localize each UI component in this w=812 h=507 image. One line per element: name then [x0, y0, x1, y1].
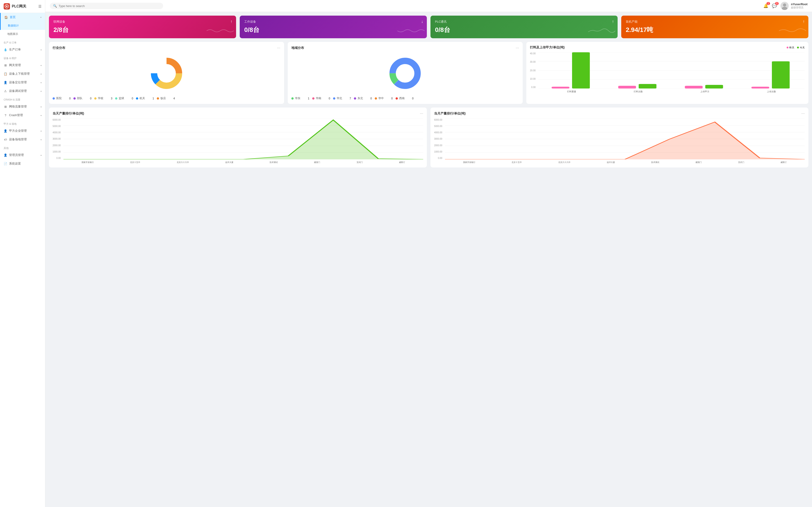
svg-rect-17: [572, 52, 590, 89]
monthly-x-axis: 国家开发银行 北京十五中 北京六十六中 远洋大厦 技术测试 建国门 宜武门 威斯…: [445, 161, 805, 164]
svg-rect-23: [772, 61, 790, 89]
content-area: 联网设备 2/8台 ↑ 工作设备 0/8台 ↓ PL: [45, 12, 812, 507]
topbar-right: 🔔 1 💬 8 nYuserRoot 超级管理员: [763, 2, 807, 10]
grid-icon-flow: ⊞: [4, 105, 7, 108]
sidebar-item-production-order[interactable]: 💧 生产订单 ◂: [0, 45, 45, 54]
svg-rect-21: [705, 85, 723, 89]
stat-card-connected-value: 2/8台: [53, 25, 232, 34]
device-site-expand-arrow: ◂: [40, 138, 42, 141]
region-chart-header: 地域分布 ···: [291, 46, 519, 50]
stat-card-plc: PLC通讯 0/8台 ↑: [430, 16, 618, 38]
user-role: 超级管理员: [791, 6, 807, 9]
bar-chart-header: 打料及上传甲方/单位(吨) 昨天 今天: [530, 46, 805, 50]
sidebar-item-device-site[interactable]: 🏷 设备场地管理 ◂: [0, 135, 45, 144]
daily-x-axis: 国家开发银行 北京十五中 北京六十六中 远洋大厦 技术测试 建国门 宜武门 威斯…: [63, 161, 423, 164]
sidebar-item-device-debug[interactable]: ⚠ 设备调试管理 ◂: [0, 87, 45, 95]
stat-card-working-value: 0/8台: [244, 25, 422, 34]
home-icon: 🏠: [4, 15, 8, 19]
sidebar-item-gateway-mgmt[interactable]: ⊞ 网关管理 ◂: [0, 61, 45, 69]
drop-icon: 💧: [4, 48, 7, 51]
stat-card-loading-title: 装机产能: [626, 20, 804, 24]
sidebar-item-home[interactable]: 🏠 首页 ▾: [0, 13, 45, 21]
search-box[interactable]: 🔍: [50, 3, 163, 9]
device-debug-expand-arrow: ◂: [40, 90, 42, 92]
monthly-chart-more-button[interactable]: ···: [801, 111, 805, 116]
notification-button-2[interactable]: 💬 8: [772, 3, 777, 8]
stat-wave-purple: [397, 26, 424, 36]
legend-southwest: 西南 0: [396, 97, 414, 100]
sidebar-item-client-label: 甲方企业管理: [9, 129, 27, 133]
warning-icon: ⚠: [4, 89, 7, 93]
sidebar-item-crash-label: Crash管理: [9, 113, 23, 117]
sidebar-item-data-stats-label: 数据统计: [8, 24, 19, 27]
section-crash-label: CRASH & 流量: [0, 95, 45, 102]
industry-chart-more-button[interactable]: ···: [277, 46, 280, 50]
region-legend: 华东 1 华南 0 华北 7 东北: [291, 97, 519, 100]
svg-marker-31: [63, 120, 423, 159]
logo-area: PLC网关: [4, 3, 26, 9]
production-expand-arrow: ◂: [40, 48, 42, 51]
daily-chart-card: 当天产量排行/单位(吨) ··· 6000.00 5000.00 4000.00…: [49, 108, 427, 168]
sidebar-item-device-online[interactable]: 📋 设备上下线管理 ◂: [0, 69, 45, 78]
crash-expand-arrow: ◂: [40, 114, 42, 117]
sidebar-item-map-view[interactable]: 地图展示: [0, 30, 45, 38]
search-input[interactable]: [59, 4, 160, 8]
stat-card-loading-value: 2.94/17吨: [626, 25, 804, 34]
legend-restaurant: 饭店 4: [157, 97, 175, 100]
monthly-y-axis: 6000.00 5000.00 4000.00 3000.00 2000.00 …: [434, 119, 443, 159]
sidebar-item-admin-mgmt[interactable]: 👤 管理员管理 ◂: [0, 151, 45, 159]
region-donut: [291, 53, 519, 94]
bottom-row: 当天产量排行/单位(吨) ··· 6000.00 5000.00 4000.00…: [49, 108, 808, 168]
svg-rect-18: [618, 86, 636, 89]
user-area[interactable]: nYuserRoot 超级管理员: [780, 2, 807, 10]
section-other-label: 其他: [0, 144, 45, 151]
main-area: 🔍 🔔 1 💬 8 nYuserRoot 超级管理员: [45, 0, 812, 507]
stat-card-working-arrow: ↓: [421, 19, 423, 24]
bar-chart-content: 打料重量 打料次数 上传甲方 上传次数: [538, 52, 805, 93]
region-chart-more-button[interactable]: ···: [516, 46, 519, 50]
daily-chart-title: 当天产量排行/单位(吨): [53, 112, 84, 116]
bar-chart-body: 40.00 30.00 20.00 10.00 0.00: [530, 52, 805, 93]
bar-x-axis: 打料重量 打料次数 上传甲方 上传次数: [538, 90, 805, 93]
daily-chart-header: 当天产量排行/单位(吨) ···: [53, 111, 423, 116]
sidebar-item-network-flow[interactable]: ⊞ 网络流量管理 ◂: [0, 102, 45, 111]
daily-chart-body: 6000.00 5000.00 4000.00 3000.00 2000.00 …: [53, 119, 423, 164]
admin-expand-arrow: ◂: [40, 154, 42, 156]
notif-badge-1: 1: [766, 2, 770, 5]
sidebar-item-data-stats[interactable]: 数据统计: [0, 21, 45, 30]
svg-rect-19: [639, 84, 656, 89]
legend-northeast: 东北 0: [354, 97, 372, 100]
sidebar-item-crash-mgmt[interactable]: ? Crash管理 ◂: [0, 111, 45, 119]
stat-wave-orange: [779, 26, 806, 36]
daily-chart-more-button[interactable]: ···: [420, 111, 423, 116]
industry-chart-header: 行业分布 ···: [53, 46, 281, 50]
client-expand-arrow: ◂: [40, 130, 42, 132]
sidebar-item-device-location[interactable]: 👤 设备定位管理 ◂: [0, 78, 45, 87]
legend-south: 华南 0: [312, 97, 330, 100]
notification-button-1[interactable]: 🔔 1: [763, 3, 768, 8]
svg-point-2: [783, 3, 786, 7]
bar-chart-title: 打料及上传甲方/单位(吨): [530, 46, 565, 50]
sidebar-item-production-order-label: 生产订单: [9, 48, 21, 52]
monthly-chart-card: 当月产量排行/单位(吨) ··· 6000.00 5000.00 4000.00…: [430, 108, 808, 168]
section-production-label: 生产 & 订单: [0, 38, 45, 45]
network-flow-expand-arrow: ◂: [40, 106, 42, 108]
svg-marker-39: [445, 122, 805, 159]
sidebar-item-network-flow-label: 网络流量管理: [9, 105, 27, 109]
industry-chart-card: 行业分布 ···: [49, 42, 284, 104]
search-icon: 🔍: [53, 4, 57, 8]
device-icon: 📋: [4, 72, 7, 75]
sidebar-item-client-mgmt[interactable]: 👤 甲方企业管理 ◂: [0, 126, 45, 135]
svg-point-7: [157, 64, 175, 82]
legend-central: 华中 0: [375, 97, 393, 100]
logo-text: PLC网关: [12, 4, 26, 9]
menu-toggle-button[interactable]: ☰: [38, 4, 42, 9]
monthly-chart-title: 当月产量排行/单位(吨): [434, 112, 466, 116]
section-device-label: 设备 & 维护: [0, 54, 45, 61]
bar-chart-card: 打料及上传甲方/单位(吨) 昨天 今天 40.00: [526, 42, 808, 104]
legend-gov: 机关 1: [136, 97, 154, 100]
bar-y-axis: 40.00 30.00 20.00 10.00 0.00: [530, 52, 537, 89]
sidebar-item-gateway-label: 网关管理: [9, 63, 21, 67]
stat-wave-pink: [207, 26, 234, 36]
sidebar-item-sys-settings[interactable]: 📄 系统设置: [0, 159, 45, 168]
